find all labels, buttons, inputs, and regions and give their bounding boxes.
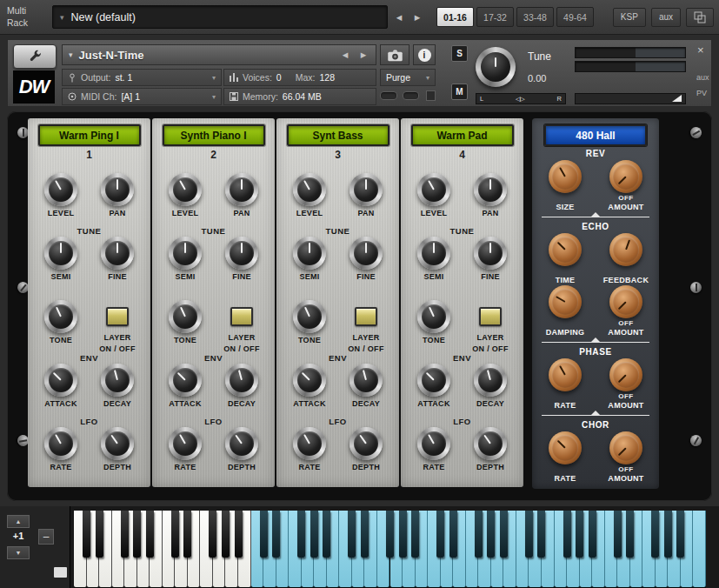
feedback-knob[interactable] xyxy=(609,233,642,266)
prev-page-arrow-icon[interactable]: ◀ xyxy=(392,8,406,27)
semi-knob[interactable] xyxy=(169,237,202,270)
decay-knob[interactable] xyxy=(101,364,134,397)
piano-black-key[interactable] xyxy=(500,511,508,558)
page-button-33-48[interactable]: 33-48 xyxy=(516,7,554,27)
piano-black-key[interactable] xyxy=(121,511,129,558)
next-instrument-icon[interactable]: ▶ xyxy=(356,45,370,64)
piano-black-key[interactable] xyxy=(399,511,407,558)
channel-preset-display[interactable]: Synth Piano I xyxy=(163,124,265,146)
page-button-49-64[interactable]: 49-64 xyxy=(556,7,594,27)
rate-knob[interactable] xyxy=(549,358,582,391)
prev-instrument-icon[interactable]: ◀ xyxy=(338,45,352,64)
time-knob[interactable] xyxy=(549,233,582,266)
level-knob[interactable] xyxy=(417,173,450,206)
piano-black-key[interactable] xyxy=(626,511,634,558)
rate-knob[interactable] xyxy=(44,427,77,460)
piano-black-key[interactable] xyxy=(83,511,90,558)
fx-preset-display[interactable]: 480 Hall xyxy=(544,124,647,146)
rate-knob[interactable] xyxy=(417,427,450,460)
next-page-arrow-icon[interactable]: ▶ xyxy=(410,8,424,27)
decay-knob[interactable] xyxy=(350,364,383,397)
piano-black-key[interactable] xyxy=(96,511,103,558)
instrument-title-bar[interactable]: ▾ Just-N-Time ◀ ▶ xyxy=(62,44,376,65)
attack-knob[interactable] xyxy=(293,364,326,397)
semi-knob[interactable] xyxy=(293,237,326,270)
level-knob[interactable] xyxy=(44,173,77,206)
ksp-button[interactable]: KSP xyxy=(613,8,646,27)
midi-channel-selector[interactable]: MIDI Ch: [A] 1 ▾ xyxy=(62,88,222,105)
amount-knob[interactable] xyxy=(609,160,642,193)
master-tune-knob[interactable] xyxy=(476,47,516,87)
depth-knob[interactable] xyxy=(101,427,134,460)
piano-black-key[interactable] xyxy=(297,511,305,558)
level-knob[interactable] xyxy=(169,173,202,206)
octave-down-button[interactable]: ▼ xyxy=(7,546,30,559)
rate-knob[interactable] xyxy=(169,427,202,460)
piano-black-key[interactable] xyxy=(133,511,141,558)
channel-preset-display[interactable]: Warm Ping I xyxy=(38,124,141,146)
pan-knob[interactable] xyxy=(474,173,507,206)
amount-knob[interactable] xyxy=(609,358,642,391)
channel-preset-display[interactable]: Warm Pad xyxy=(411,124,514,146)
pan-knob[interactable] xyxy=(225,173,258,206)
info-button[interactable]: i xyxy=(413,44,436,65)
piano-black-key[interactable] xyxy=(348,511,356,558)
fine-knob[interactable] xyxy=(350,237,383,270)
attack-knob[interactable] xyxy=(417,364,450,397)
attack-knob[interactable] xyxy=(169,364,202,397)
depth-knob[interactable] xyxy=(350,427,383,460)
octave-up-button[interactable]: ▲ xyxy=(7,515,30,528)
workspace-button[interactable] xyxy=(686,8,714,27)
semi-knob[interactable] xyxy=(44,237,77,270)
keyboard-minus-button[interactable]: – xyxy=(38,529,54,545)
piano-black-key[interactable] xyxy=(361,511,369,558)
rate-knob[interactable] xyxy=(293,427,326,460)
depth-knob[interactable] xyxy=(474,427,507,460)
piano-black-key[interactable] xyxy=(589,511,596,558)
aux-toggle[interactable]: aux xyxy=(696,73,709,82)
tone-knob[interactable] xyxy=(293,300,326,333)
piano-black-key[interactable] xyxy=(436,511,444,558)
attack-knob[interactable] xyxy=(44,364,77,397)
aux-button[interactable]: aux xyxy=(651,8,681,27)
piano-black-key[interactable] xyxy=(260,511,268,558)
semi-knob[interactable] xyxy=(417,237,450,270)
fine-knob[interactable] xyxy=(101,237,134,270)
piano-black-key[interactable] xyxy=(146,511,154,558)
pv-toggle[interactable]: PV xyxy=(696,89,707,97)
piano-black-key[interactable] xyxy=(272,511,280,558)
pan-knob[interactable] xyxy=(101,173,134,206)
piano-black-key[interactable] xyxy=(676,511,684,558)
amount-knob[interactable] xyxy=(609,285,642,318)
edit-instrument-button[interactable] xyxy=(13,44,57,69)
tone-knob[interactable] xyxy=(169,300,202,333)
keyboard-scroll-handle[interactable] xyxy=(54,567,67,578)
tone-knob[interactable] xyxy=(417,300,450,333)
layer-on-off-button[interactable] xyxy=(106,307,129,326)
piano-black-key[interactable] xyxy=(449,511,457,558)
volume-slider[interactable] xyxy=(575,93,686,104)
piano-black-key[interactable] xyxy=(411,511,419,558)
purge-button[interactable]: Purge ▾ xyxy=(380,69,436,86)
decay-knob[interactable] xyxy=(225,364,258,397)
snapshot-button[interactable] xyxy=(380,44,409,65)
piano-black-key[interactable] xyxy=(171,511,179,558)
close-icon[interactable]: × xyxy=(697,43,704,57)
piano-black-key[interactable] xyxy=(651,511,659,558)
piano-black-key[interactable] xyxy=(183,511,191,558)
level-knob[interactable] xyxy=(293,173,326,206)
piano-black-key[interactable] xyxy=(576,511,583,558)
piano-black-key[interactable] xyxy=(209,511,216,558)
decay-knob[interactable] xyxy=(474,364,507,397)
pan-slider[interactable]: L ◁▷ R xyxy=(476,93,566,104)
piano-black-key[interactable] xyxy=(323,511,330,558)
output-selector[interactable]: Output: st. 1 ▾ xyxy=(62,69,222,86)
mute-button[interactable]: M xyxy=(451,84,468,100)
piano-black-key[interactable] xyxy=(487,511,495,558)
layer-on-off-button[interactable] xyxy=(230,307,253,326)
piano-black-key[interactable] xyxy=(475,511,483,558)
depth-knob[interactable] xyxy=(225,427,258,460)
damping-knob[interactable] xyxy=(549,285,582,318)
piano-black-key[interactable] xyxy=(235,511,243,558)
multi-preset-dropdown[interactable]: ▾ New (default) xyxy=(52,5,388,29)
